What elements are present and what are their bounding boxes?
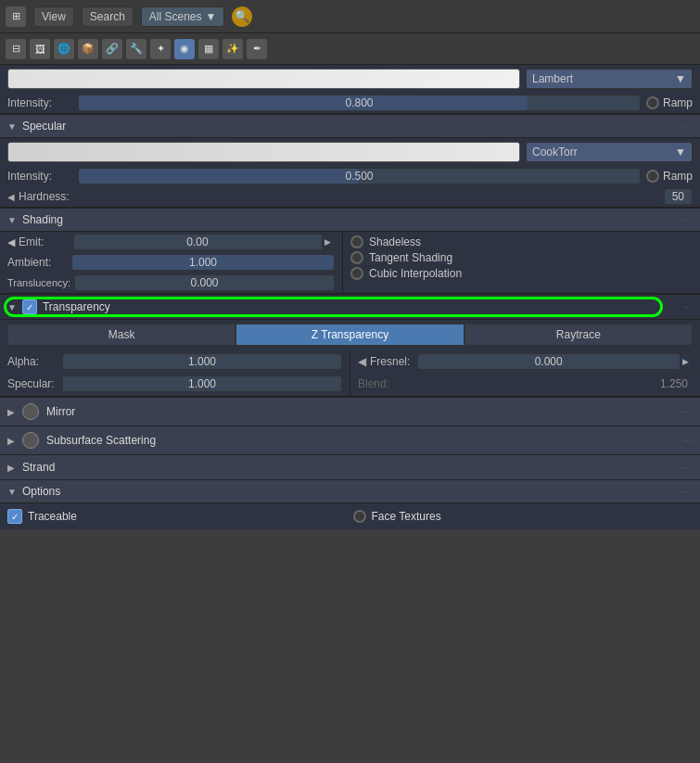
transparency-left-fields: Alpha: 1.000 Specular: 1.000: [0, 350, 350, 396]
traceable-group: ✓ Traceable: [7, 509, 348, 524]
alpha-label: Alpha:: [7, 355, 58, 368]
translucency-label: Translucency:: [7, 277, 70, 288]
diffuse-ramp-checkbox[interactable]: [646, 96, 659, 109]
transparency-right-fields: ◀ Fresnel: 0.000 ▶ Blend: 1.250: [350, 350, 700, 396]
scene-icon[interactable]: 🖼: [30, 39, 50, 59]
options-section-header[interactable]: ▼ Options ···: [0, 479, 700, 503]
z-transparency-tab[interactable]: Z Transparency: [235, 324, 464, 346]
shadeless-checkbox[interactable]: [350, 235, 363, 248]
search-menu[interactable]: Search: [82, 6, 134, 27]
tangent-shading-checkbox[interactable]: [350, 251, 363, 264]
face-textures-group: Face Textures: [353, 510, 694, 523]
world-icon[interactable]: 🌐: [54, 39, 74, 59]
options-content: ✓ Traceable Face Textures: [0, 503, 700, 529]
fresnel-left-arrow[interactable]: ◀: [358, 355, 366, 368]
specular-intensity-label: Intensity:: [7, 170, 72, 183]
scene-select[interactable]: All Scenes ▼: [141, 6, 225, 27]
shading-content: ◀ Emit: 0.00 ▶ Ambient: 1.000 Translucen…: [0, 232, 700, 293]
specular-dots: ···: [682, 121, 693, 132]
traceable-label: Traceable: [28, 510, 77, 523]
material-icon[interactable]: ◉: [174, 39, 195, 59]
diffuse-color-row: Lambert ▼: [0, 65, 700, 93]
emit-left-arrow[interactable]: ◀: [7, 236, 15, 248]
shading-collapse-icon: ▼: [7, 215, 17, 225]
object-icon[interactable]: 📦: [78, 39, 98, 59]
specular-intensity-row: Intensity: 0.500 Ramp: [0, 166, 700, 186]
raytrace-tab[interactable]: Raytrace: [465, 324, 693, 346]
transparency-section-header[interactable]: ▼ ✓ Transparency ···: [0, 294, 700, 320]
extra-icon[interactable]: ✨: [223, 39, 243, 59]
diffuse-intensity-label: Intensity:: [7, 96, 72, 109]
strand-expand-icon: ▶: [7, 463, 15, 473]
specular-color-strip[interactable]: [7, 142, 520, 162]
hardness-row: ◀ Hardness: 50: [0, 186, 700, 207]
mask-tab[interactable]: Mask: [7, 324, 235, 346]
shadeless-row: Shadeless: [350, 235, 693, 248]
transparency-checkbox[interactable]: ✓: [22, 299, 37, 314]
face-textures-checkbox[interactable]: [353, 510, 366, 523]
strand-section-left: ▶ Strand: [7, 461, 55, 474]
tangent-shading-row: Tangent Shading: [350, 251, 693, 264]
options-row: ✓ Traceable Face Textures: [0, 503, 700, 529]
second-toolbar: ⊟ 🖼 🌐 📦 🔗 🔧 ✦ ◉ ▦ ✨ ✒: [0, 33, 700, 65]
fresnel-row: ◀ Fresnel: 0.000 ▶: [358, 351, 693, 372]
chevron-down-icon: ▼: [675, 72, 686, 85]
emit-right-arrow[interactable]: ▶: [321, 235, 334, 249]
particle-icon[interactable]: ✦: [150, 39, 171, 59]
specular-section-label: Specular: [22, 120, 66, 133]
specular-trans-value[interactable]: 1.000: [62, 375, 342, 392]
diffuse-intensity-bar[interactable]: 0.800: [78, 95, 641, 111]
blend-value: 1.250: [413, 375, 693, 392]
chevron-down-icon: ▼: [675, 146, 686, 159]
layout-icon[interactable]: ⊞: [6, 6, 26, 27]
hardness-value[interactable]: 50: [664, 188, 693, 205]
shading-section-header[interactable]: ▼ Shading ···: [0, 208, 700, 232]
render-icon[interactable]: ⊟: [6, 39, 26, 59]
ambient-bar[interactable]: 1.000: [71, 254, 335, 271]
tangent-shading-label: Tangent Shading: [369, 251, 452, 264]
top-toolbar: ⊞ View Search All Scenes ▼ 🔍: [0, 0, 700, 33]
view-menu[interactable]: View: [33, 6, 74, 27]
subsurface-section-left: ▶ Subsurface Scattering: [7, 432, 156, 449]
specular-section-header[interactable]: ▼ Specular ···: [0, 114, 700, 138]
traceable-checkbox[interactable]: ✓: [7, 509, 22, 524]
diffuse-color-strip[interactable]: [7, 69, 520, 89]
hardness-left-arrow[interactable]: ◀: [7, 192, 15, 202]
strand-section-label: Strand: [22, 461, 55, 474]
face-textures-label: Face Textures: [372, 510, 441, 523]
mirror-expand-icon: ▶: [7, 407, 15, 417]
diffuse-ramp-row: Ramp: [646, 96, 693, 109]
options-section-label: Options: [22, 485, 60, 498]
brush-icon[interactable]: ✒: [247, 39, 267, 59]
subsurface-section[interactable]: ▶ Subsurface Scattering ···: [0, 426, 700, 454]
diffuse-intensity-row: Intensity: 0.800 Ramp: [0, 93, 700, 113]
strand-dots: ···: [682, 463, 693, 473]
fresnel-value-box[interactable]: 0.000 ▶: [417, 353, 693, 370]
diffuse-shader-select[interactable]: Lambert ▼: [526, 69, 693, 89]
fresnel-right-arrow[interactable]: ▶: [679, 354, 692, 369]
emit-row: ◀ Emit: 0.00 ▶: [0, 232, 342, 252]
transparency-dots: ···: [682, 302, 693, 312]
modifier-icon[interactable]: 🔧: [126, 39, 146, 59]
transparency-section-label: Transparency: [43, 300, 110, 313]
emit-field[interactable]: 0.00 ▶: [73, 234, 335, 250]
options-dots: ···: [682, 487, 693, 497]
specular-intensity-bar[interactable]: 0.500: [78, 168, 641, 184]
transparency-header-left: ▼ ✓ Transparency: [7, 299, 110, 314]
cubic-interpolation-checkbox[interactable]: [350, 267, 363, 280]
search-icon[interactable]: 🔍: [232, 6, 252, 27]
alpha-value[interactable]: 1.000: [62, 353, 342, 370]
specular-shader-select[interactable]: CookTorr ▼: [526, 142, 693, 162]
blend-row: Blend: 1.250: [358, 374, 693, 394]
chevron-down-icon: ▼: [206, 10, 217, 23]
shading-dots: ···: [682, 215, 693, 225]
emit-label: Emit:: [19, 235, 70, 248]
specular-trans-label: Specular:: [7, 377, 58, 390]
constraint-icon[interactable]: 🔗: [102, 39, 122, 59]
translucency-bar[interactable]: 0.000: [74, 274, 335, 291]
translucency-row: Translucency: 0.000: [0, 273, 342, 293]
texture-icon[interactable]: ▦: [198, 39, 219, 59]
mirror-section[interactable]: ▶ Mirror ···: [0, 397, 700, 426]
specular-ramp-checkbox[interactable]: [646, 170, 659, 183]
strand-section[interactable]: ▶ Strand ···: [0, 454, 700, 479]
